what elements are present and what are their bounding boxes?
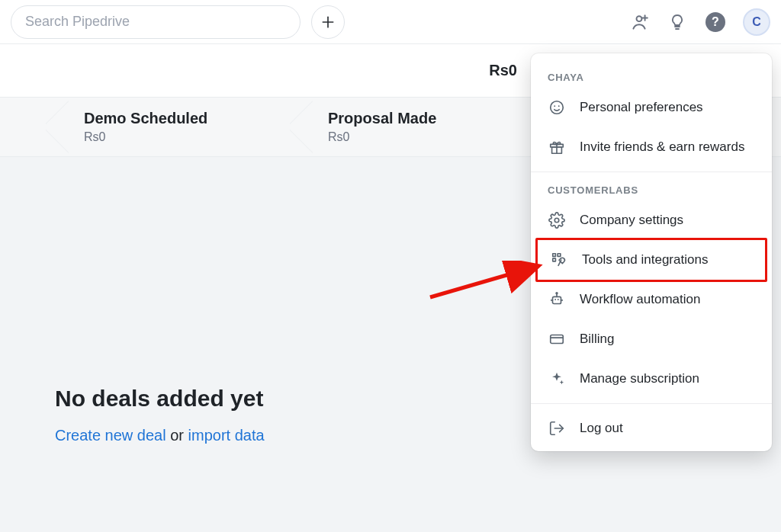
profile-avatar[interactable]: C xyxy=(743,8,770,36)
robot-icon xyxy=(548,290,566,309)
menu-item-label: Company settings xyxy=(580,213,683,228)
empty-state: No deals added yet Create new deal or im… xyxy=(55,386,265,444)
plus-icon xyxy=(320,14,336,30)
top-bar: ? C xyxy=(0,0,781,44)
stage-column-demo-scheduled[interactable]: Demo Scheduled Rs0 xyxy=(46,98,290,156)
stage-value: Rs0 xyxy=(328,130,513,144)
menu-item-workflow-automation[interactable]: Workflow automation xyxy=(531,280,772,319)
menu-item-label: Personal preferences xyxy=(580,100,703,115)
menu-divider xyxy=(531,171,772,172)
face-icon xyxy=(548,98,566,117)
help-icon: ? xyxy=(705,12,725,32)
menu-item-label: Tools and integrations xyxy=(582,252,708,268)
stage-column-proposal-made[interactable]: Proposal Made Rs0 xyxy=(290,98,534,156)
menu-item-label: Log out xyxy=(580,421,623,436)
menu-item-tools-integrations[interactable]: Tools and integrations xyxy=(538,240,765,280)
sparkle-icon xyxy=(548,370,566,388)
menu-item-label: Workflow automation xyxy=(580,292,700,307)
tips-button[interactable] xyxy=(667,11,688,33)
svg-rect-22 xyxy=(551,335,564,344)
logout-icon xyxy=(548,419,566,437)
import-data-link[interactable]: import data xyxy=(188,427,265,444)
annotation-highlight: Tools and integrations xyxy=(535,238,767,282)
profile-menu: CHAYA Personal preferences Invite friend… xyxy=(531,53,772,451)
menu-item-company-settings[interactable]: Company settings xyxy=(531,200,772,240)
svg-rect-12 xyxy=(553,254,556,257)
summary-total: Rs0 xyxy=(489,62,517,79)
menu-divider xyxy=(531,403,772,404)
tools-icon xyxy=(550,251,568,269)
svg-rect-14 xyxy=(553,258,556,261)
svg-point-16 xyxy=(554,299,556,300)
svg-point-19 xyxy=(556,293,558,294)
menu-item-label: Manage subscription xyxy=(580,371,699,386)
gift-icon xyxy=(548,138,566,156)
menu-item-personal-preferences[interactable]: Personal preferences xyxy=(531,88,772,127)
svg-point-11 xyxy=(554,218,559,223)
menu-heading-org: CUSTOMERLABS xyxy=(531,177,772,200)
add-button[interactable] xyxy=(311,5,345,39)
stage-title: Proposal Made xyxy=(328,110,513,127)
help-button[interactable]: ? xyxy=(705,11,726,33)
svg-point-6 xyxy=(554,105,555,107)
svg-point-17 xyxy=(558,299,559,300)
create-deal-link[interactable]: Create new deal xyxy=(55,427,166,444)
lightbulb-icon xyxy=(668,13,686,31)
svg-rect-15 xyxy=(553,296,561,303)
user-plus-icon xyxy=(629,12,649,32)
menu-heading-user: CHAYA xyxy=(531,64,772,88)
search-input[interactable] xyxy=(11,5,301,39)
menu-item-logout[interactable]: Log out xyxy=(531,409,772,448)
credit-card-icon xyxy=(548,330,566,348)
top-right-actions: ? C xyxy=(628,0,770,44)
menu-item-manage-subscription[interactable]: Manage subscription xyxy=(531,359,772,399)
menu-item-label: Billing xyxy=(580,332,614,347)
or-text: or xyxy=(166,427,188,444)
svg-point-7 xyxy=(558,105,560,107)
svg-rect-13 xyxy=(558,254,561,257)
menu-item-label: Invite friends & earn rewards xyxy=(580,139,744,155)
stage-column[interactable] xyxy=(0,98,46,156)
empty-actions: Create new deal or import data xyxy=(55,427,265,444)
menu-item-billing[interactable]: Billing xyxy=(531,319,772,359)
menu-item-invite-friends[interactable]: Invite friends & earn rewards xyxy=(531,127,772,167)
stage-title: Demo Scheduled xyxy=(84,110,268,127)
empty-headline: No deals added yet xyxy=(55,386,265,412)
stage-value: Rs0 xyxy=(84,130,268,144)
svg-point-5 xyxy=(551,101,564,114)
svg-point-2 xyxy=(637,16,642,21)
invite-user-button[interactable] xyxy=(628,11,650,33)
gear-icon xyxy=(548,211,566,229)
